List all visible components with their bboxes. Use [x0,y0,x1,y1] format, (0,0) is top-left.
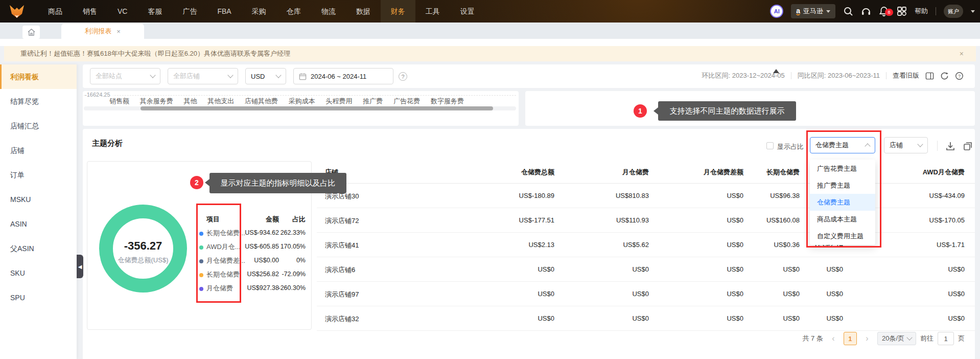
table-row[interactable]: 演示店铺41 US$2.13 US$5.62 US$0 US$0.36 US$-… [317,233,975,257]
sidebar-item-shop[interactable]: 店铺 [0,138,77,163]
account-chevron-down-icon[interactable] [971,10,975,13]
x-label[interactable]: 店铺其他费 [245,97,278,106]
menu-item-ad-spend[interactable]: 广告花费主题 [810,160,875,177]
apps-grid-icon[interactable] [897,6,907,16]
help-circle-icon[interactable]: ? [955,72,964,80]
saihu-fox-logo[interactable] [8,4,26,19]
nav-item-fba[interactable]: FBA [207,0,241,23]
next-page-button[interactable]: › [861,332,873,345]
theme-select[interactable]: 仓储费主题 [810,137,875,153]
menu-item-product-cost[interactable]: 商品成本主题 [810,211,875,228]
marketplace-switcher[interactable]: a 亚马逊 [791,4,835,18]
table-row[interactable]: 演示店铺30 US$-180.89 US$810.83 US$0 US$96.3… [317,184,975,208]
nav-item-ads[interactable]: 广告 [172,0,207,23]
sidebar-collapse-handle[interactable]: ◀ [77,255,83,278]
collapse-up-triangle-icon[interactable] [773,69,779,73]
cell-value: US$0 [727,265,743,273]
legend-dot-icon [199,232,203,236]
x-label[interactable]: 数字服务费 [431,97,464,106]
nav-item-settings[interactable]: 设置 [450,0,485,23]
sidebar-item-parent-asin[interactable]: 父ASIN [0,236,77,261]
shop-select[interactable]: 全部店铺 [168,68,238,84]
cell-value: US$0 [538,315,554,322]
dimension-select[interactable]: 店铺 [884,137,928,153]
table-row[interactable]: 演示店铺97 US$0 US$0 US$0 US$0 US$0 US$0 [317,282,975,306]
column-header-storage-total[interactable]: 仓储费总额 [521,168,554,177]
nav-item-logistics[interactable]: 物流 [311,0,346,23]
legend-label[interactable]: 月仓储费 [206,284,233,293]
annotation-1-marker: 1 [634,104,647,118]
cell-value: US$0 [948,290,965,298]
chart-scrollbar-thumb[interactable] [141,106,493,110]
column-header-longterm-storage[interactable]: 长期仓储费 [766,168,800,177]
table-row[interactable]: 演示店铺72 US$-177.51 US$110.93 US$0 US$160.… [317,208,975,233]
prev-page-button[interactable]: ‹ [827,332,839,345]
nav-item-finance[interactable]: 财务 [381,0,415,23]
x-label[interactable]: 销售额 [109,97,129,106]
calendar-icon [299,73,307,80]
table-row[interactable]: 演示店铺32 US$0 US$0 US$0 US$0 US$0 US$0 [317,306,975,331]
date-help-icon[interactable]: ? [399,72,407,81]
column-header-awd-monthly[interactable]: AWD月仓储费 [923,168,965,177]
table-row[interactable]: 演示店铺6 US$0 US$0 US$0 US$0 US$0 US$0 [317,257,975,282]
sidebar-item-shop-summary[interactable]: 店铺汇总 [0,114,77,138]
help-link[interactable]: 帮助 [915,7,928,16]
column-header-monthly-storage[interactable]: 月仓储费 [622,168,649,177]
sidebar-item-asin[interactable]: ASIN [0,212,77,236]
legend-amount: US$927.38 [233,284,279,291]
goto-unit: 页 [958,334,965,343]
search-icon[interactable] [843,6,853,16]
site-select[interactable]: 全部站点 [90,68,160,84]
sidebar-item-msku[interactable]: MSKU [0,187,77,212]
page-size-select[interactable]: 20条/页 [877,332,916,345]
layout-panel-icon[interactable] [925,72,934,80]
menu-item-custom-fee[interactable]: 自定义费用主题 [810,228,875,244]
headset-support-icon[interactable] [861,6,871,16]
nav-item-sales[interactable]: 销售 [73,0,107,23]
x-label[interactable]: 其余服务费 [140,97,173,106]
nav-item-purchase[interactable]: 采购 [242,0,276,23]
menu-item-promotion-fee[interactable]: 推广费主题 [810,177,875,194]
goto-page-input[interactable]: 1 [938,332,954,345]
home-tab-button[interactable] [22,26,40,39]
ai-assistant-button[interactable]: AI [770,5,783,18]
tab-close-icon[interactable]: × [116,28,121,35]
x-label[interactable]: 头程费用 [326,97,353,106]
view-old-version-link[interactable]: 查看旧版 [893,71,919,80]
download-icon[interactable] [945,141,955,151]
banner-close-icon[interactable]: × [960,50,964,58]
tab-profit-report[interactable]: 利润报表 × [61,24,144,39]
site-select-value: 全部站点 [96,72,122,81]
legend-dot-icon [199,245,203,250]
nav-item-products[interactable]: 商品 [38,0,73,23]
sidebar-item-profit-dashboard[interactable]: 利润看板 [0,64,77,89]
x-label[interactable]: 广告花费 [393,97,420,106]
chevron-down-icon [917,141,923,147]
notifications-bell-icon[interactable]: 8 [879,6,889,16]
sidebar-item-spu[interactable]: SPU [0,285,77,310]
currency-select[interactable]: USD [245,68,286,84]
nav-item-tools[interactable]: 工具 [415,0,450,23]
x-label[interactable]: 其他支出 [207,97,234,106]
sidebar-item-settlement[interactable]: 结算尽览 [0,89,77,114]
current-page-button[interactable]: 1 [844,332,857,345]
x-label[interactable]: 采购成本 [289,97,315,106]
cell-value: US$160.08 [766,216,800,224]
account-avatar[interactable]: 账户 [944,5,963,18]
nav-item-service[interactable]: 客服 [137,0,172,23]
sidebar-item-orders[interactable]: 订单 [0,163,77,187]
topnav-divider [936,7,936,15]
fullscreen-icon[interactable] [963,141,973,151]
show-ratio-checkbox[interactable] [766,142,774,149]
date-range-picker[interactable]: 2024-06 ~ 2024-11 [293,68,393,84]
cell-value: US$-434.09 [929,192,965,199]
menu-item-storage-fee[interactable]: 仓储费主题 [810,194,875,211]
nav-item-warehouse[interactable]: 仓库 [276,0,311,23]
nav-item-data[interactable]: 数据 [346,0,381,23]
refresh-icon[interactable] [940,72,949,80]
sidebar-item-sku[interactable]: SKU [0,261,77,285]
nav-item-vc[interactable]: VC [107,0,137,23]
column-header-monthly-storage-diff[interactable]: 月仓储费差额 [704,168,743,177]
x-label[interactable]: 推广费 [363,97,383,106]
x-label[interactable]: 其他 [184,97,197,106]
